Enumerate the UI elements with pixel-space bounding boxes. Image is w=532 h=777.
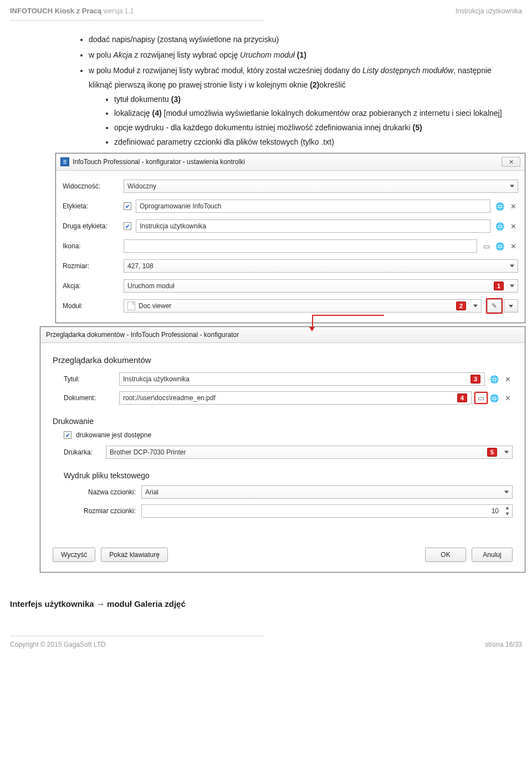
clear-icon[interactable]: ✕ [503,393,513,403]
globe-icon[interactable]: 🌐 [489,374,499,384]
clear-button[interactable]: Wyczyść [53,548,95,562]
callout-3: 3 [470,375,480,384]
doc-title: INFOTOUCH Kiosk z Pracą wersja 1.1 [10,7,134,15]
document-icon [127,301,135,310]
bullet-3: w polu Moduł z rozwijanej listy wybrać m… [89,64,511,150]
sub-3: opcje wydruku - dla każdego dokumentu is… [114,121,511,135]
callout-4: 4 [457,393,467,402]
font-size-stepper[interactable]: 10 ▲ ▼ [141,504,513,518]
globe-icon[interactable]: 🌐 [495,241,505,251]
title-field-label: Tytuł: [64,375,119,383]
icon-input[interactable] [124,239,477,253]
dialog-title: InfoTouch Professional - konfigurator - … [73,158,245,166]
close-button[interactable]: ✕ [502,157,520,167]
document-input[interactable]: root://user\docs\readme_en.pdf [119,391,472,405]
visibility-select[interactable]: Widoczny [124,180,518,193]
font-name-label: Nazwa czcionki: [75,488,141,496]
visibility-label: Widoczność: [63,182,124,190]
edit-module-button[interactable]: ✎ [487,299,502,313]
doc-version: wersja 1.1 [104,7,134,15]
copyright: Copyright © 2015 GagaSoft LTD [10,641,106,648]
printer-label: Drukarka: [64,448,106,456]
clear-icon[interactable]: ✕ [508,241,518,251]
dialog2-title: Przeglądarka dokumentów - InfoTouch Prof… [40,327,525,343]
label2-label: Druga etykieta: [63,222,124,230]
section-heading: Interfejs użytkownika → moduł Galeria zd… [10,599,522,609]
clear-icon[interactable]: ✕ [508,201,518,211]
document-field-label: Dokument: [64,394,119,402]
doc-subtitle: Instrukcja użytkownika [456,7,522,15]
action-label: Akcja: [63,282,124,290]
printer-select[interactable]: Brother DCP-7030 Printer [106,446,513,459]
title-input[interactable]: Instrukcja użytkownika [119,372,485,386]
section-textfile: Wydruk pliku tekstowego [64,471,513,480]
label1-label: Etykieta: [63,202,124,210]
header-divider: ----------------------------------------… [10,16,522,23]
label1-checkbox[interactable]: ✔ [124,202,131,210]
sub-2: lokalizację (4) [moduł umożliwia wyświet… [114,106,511,121]
module-label: Moduł: [63,302,124,310]
footer-divider: ----------------------------------------… [10,632,522,638]
page-number: strona 16/33 [485,641,522,648]
bullet-2: w polu Akcja z rozwijanej listy wybrać o… [89,48,511,63]
callout-5: 5 [487,448,497,457]
action-select[interactable]: Uruchom moduł [124,279,518,293]
printing-available-checkbox[interactable]: ✔ [64,431,71,439]
module-dropdown-button[interactable] [504,299,518,313]
stepper-down-icon[interactable]: ▼ [505,512,510,517]
dialog-configurator: It InfoTouch Professional - konfigurator… [55,153,525,323]
sub-4: zdefiniować parametry czcionki dla plikó… [114,135,511,150]
size-select[interactable]: 427, 108 [124,259,518,273]
sub-1: tytuł dokumentu (3) [114,93,511,107]
label1-input[interactable]: Oprogramowanie InfoTouch [136,200,490,213]
globe-icon[interactable]: 🌐 [489,393,499,403]
dialog-docviewer: Przeglądarka dokumentów - InfoTouch Prof… [40,326,525,572]
section-docviewer: Przeglądarka dokumentów [53,355,513,365]
ok-button[interactable]: OK [425,548,466,562]
callout-2: 2 [456,301,466,310]
section-printing: Drukowanie [53,417,513,426]
font-size-label: Rozmiar czcionki: [75,507,141,515]
font-name-select[interactable]: Arial [141,485,513,499]
icon-label: Ikona: [63,242,124,250]
globe-icon[interactable]: 🌐 [495,221,505,231]
clear-icon[interactable]: ✕ [508,221,518,231]
stepper-up-icon[interactable]: ▲ [505,505,510,510]
size-label: Rozmiar: [63,262,124,270]
module-select[interactable]: Doc viewer [124,299,482,313]
bullet-1: dodać napis/napisy (zostaną wyświetlone … [89,33,511,47]
show-keyboard-button[interactable]: Pokaż klawiaturę [101,548,168,562]
label2-input[interactable]: Instrukcja użytkownika [136,219,490,233]
cancel-button[interactable]: Anuluj [472,548,513,562]
browse-icon[interactable]: ▭ [476,393,486,403]
globe-icon[interactable]: 🌐 [495,201,505,211]
doc-title-main: INFOTOUCH Kiosk z Pracą [10,7,101,15]
app-icon: It [60,157,69,166]
callout-1: 1 [494,282,504,290]
label2-checkbox[interactable]: ✔ [124,222,131,230]
printing-available-label: drukowanie jest dostępne [76,431,151,439]
clear-icon[interactable]: ✕ [503,374,513,384]
browse-icon[interactable]: ▭ [482,241,492,251]
